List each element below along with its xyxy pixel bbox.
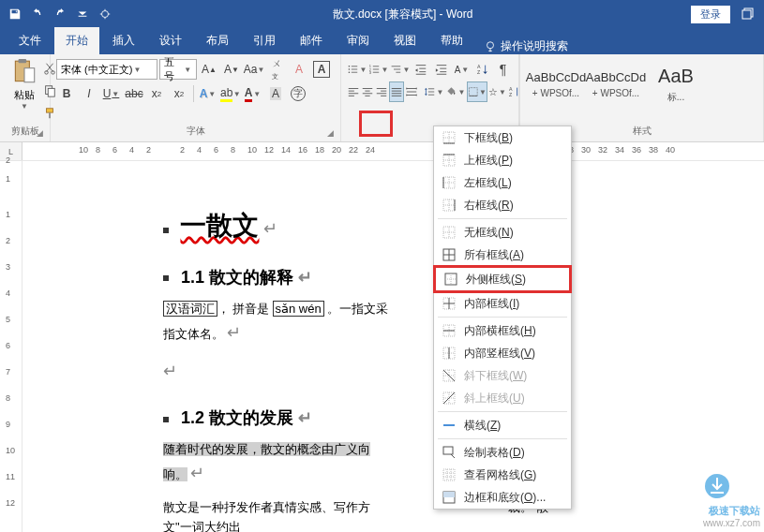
show-hide-marks-button[interactable]: ¶ [493,59,513,80]
style-item-2[interactable]: AaBbCcDd + WPSOf... [586,58,646,111]
shading-button[interactable]: ▼ [445,81,466,102]
tab-help[interactable]: 帮助 [429,27,474,54]
character-shading-button[interactable]: A [265,83,286,104]
horizontal-ruler-row: L 10 8 6 4 2 2 4 6 8 10 12 14 16 18 20 2… [0,142,764,161]
shrink-font-button[interactable]: A▼ [221,59,242,80]
borders-dropdown-menu: 下框线(B)上框线(P)左框线(L)右框线(R)无框线(N)所有框线(A)外侧框… [433,126,572,510]
font-color-button[interactable]: A▼ [243,83,263,104]
menu-item-border-top[interactable]: 上框线(P) [434,149,571,171]
font-size-combo[interactable]: 五号▼ [159,59,197,80]
clipboard-launcher-icon[interactable]: ◢ [37,128,48,140]
menu-item-label: 斜上框线(U) [464,391,525,406]
align-justify-button[interactable] [389,81,404,102]
save-button[interactable] [6,5,24,23]
boxed-text: sǎn wén [273,301,324,317]
change-case-button[interactable]: Aa▼ [244,59,264,80]
phonetic-guide-button[interactable]: ㄨ文 [266,59,287,80]
redo-button[interactable] [51,5,69,23]
menu-item-borders-shading[interactable]: 边框和底纹(O)... [434,486,571,509]
distribute-button[interactable] [405,81,418,102]
watermark: 极速下载站 www.xz7.com [703,472,760,528]
asian-combine-button[interactable]: ☆▼ [488,81,507,102]
menu-item-label: 内部框线(I) [464,296,519,312]
bullet-icon [163,275,169,281]
tell-me-search[interactable]: 操作说明搜索 [484,38,568,54]
menu-item-border-all[interactable]: 所有框线(A) [434,244,571,266]
menu-item-border-hinner[interactable]: 内部横框线(H) [434,319,571,342]
tab-design[interactable]: 设计 [148,27,193,54]
qat-customize-icon[interactable] [73,5,92,23]
menu-item-border-right[interactable]: 右框线(R) [434,194,571,216]
svg-rect-38 [443,492,455,497]
strikethrough-button[interactable]: abc [124,83,144,104]
underline-button[interactable]: U▼ [101,83,122,104]
multilevel-list-button[interactable]: ▼ [390,59,411,80]
border-all-icon [442,247,457,262]
menu-item-border-vinner[interactable]: 内部竖框线(V) [434,342,571,364]
character-border-button[interactable]: A [311,59,332,80]
document-area[interactable]: 一散文 ↵ 1.1 散文的解释 ↵ 汉语词汇， 拼音是 sǎn wén 。一指文… [22,161,764,532]
enclose-characters-button[interactable]: 字 [288,83,308,104]
style-item-1[interactable]: AaBbCcDd + WPSOf... [526,58,586,111]
increase-indent-button[interactable] [432,59,452,80]
body-text: 。一指文采 [327,302,388,316]
horizontal-line-icon [442,418,457,433]
ruler-tick: 8 [96,145,100,155]
svg-text:A: A [477,64,481,69]
font-name-combo[interactable]: 宋体 (中文正文)▼ [56,59,157,80]
horizontal-ruler[interactable]: 10 8 6 4 2 2 4 6 8 10 12 14 16 18 20 22 … [22,142,764,160]
style-item-3[interactable]: AaB 标... [646,58,706,111]
ruler-tick: 10 [79,145,88,155]
ruler-tick: 34 [615,145,624,155]
clear-formatting-button[interactable]: A [289,59,309,80]
bullets-button[interactable]: ▼ [347,59,367,80]
superscript-button[interactable]: x2 [169,83,189,104]
paste-button[interactable]: 粘贴 ▼ [6,58,43,111]
subscript-button[interactable]: x2 [146,83,167,104]
font-launcher-icon[interactable]: ◢ [327,128,338,140]
menu-item-border-inside[interactable]: 内部框线(I) [434,292,571,315]
tab-review[interactable]: 审阅 [336,27,381,54]
tab-mailings[interactable]: 邮件 [289,27,334,54]
tab-file[interactable]: 文件 [7,27,52,54]
numbering-button[interactable]: 123▼ [368,59,389,80]
menu-item-border-outside[interactable]: 外侧框线(S) [436,268,569,290]
paragraph-mark-icon: ↵ [298,408,312,427]
vertical-ruler[interactable]: 2 1 1 2 3 4 5 6 7 8 9 10 11 12 [0,161,22,532]
italic-button[interactable]: I [79,83,99,104]
menu-item-border-bottom[interactable]: 下框线(B) [434,126,571,149]
paragraph-mark-icon: ↵ [227,323,241,342]
undo-button[interactable] [28,5,47,23]
bold-button[interactable]: B [56,83,77,104]
align-left-button[interactable] [347,81,360,102]
line-spacing-button[interactable]: ▼ [424,81,444,102]
tab-home[interactable]: 开始 [54,27,99,54]
align-center-button[interactable] [361,81,374,102]
align-right-button[interactable] [375,81,388,102]
tab-insert[interactable]: 插入 [101,27,146,54]
border-right-icon [442,198,457,213]
body-text: 散文是一种抒发作者真情实感、写作方 [163,500,370,514]
ruler-corner[interactable]: L [0,142,22,160]
menu-item-label: 内部横框线(H) [464,323,536,339]
asian-layout-button[interactable]: A▼ [453,59,472,80]
tab-layout[interactable]: 布局 [195,27,240,54]
tab-view[interactable]: 视图 [382,27,427,54]
touch-mode-icon[interactable] [96,5,114,23]
highlight-color-button[interactable]: ab▼ [220,83,241,104]
heading-text: 1.1 散文的解释 [181,268,293,287]
menu-item-border-none[interactable]: 无框线(N) [434,221,571,244]
text-effects-button[interactable]: A▼ [198,83,218,104]
menu-item-view-gridlines[interactable]: 查看网格线(G) [434,464,571,486]
decrease-indent-button[interactable] [412,59,431,80]
borders-button[interactable]: ▼ [467,81,487,102]
menu-item-horizontal-line[interactable]: 横线(Z) [434,414,571,436]
menu-item-draw-table[interactable]: 绘制表格(D) [434,441,571,464]
sort-button[interactable]: AZ [472,59,492,80]
vruler-tick: 6 [6,341,10,350]
restore-window-icon[interactable] [738,4,758,24]
grow-font-button[interactable]: A▲ [199,59,219,80]
login-button[interactable]: 登录 [691,6,730,23]
menu-item-border-left[interactable]: 左框线(L) [434,171,571,194]
tab-references[interactable]: 引用 [242,27,287,54]
